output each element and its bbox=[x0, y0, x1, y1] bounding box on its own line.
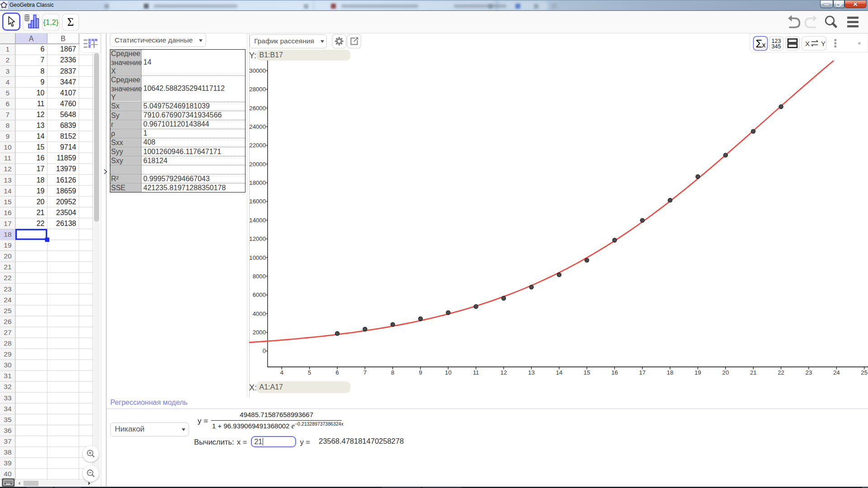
svg-text:18659: 18659 bbox=[56, 187, 76, 195]
svg-text:7: 7 bbox=[363, 369, 367, 376]
svg-text:18: 18 bbox=[667, 369, 674, 376]
svg-text:16: 16 bbox=[611, 369, 618, 376]
svg-text:345: 345 bbox=[772, 43, 781, 50]
svg-text:19: 19 bbox=[694, 369, 701, 376]
svg-text:7: 7 bbox=[6, 111, 10, 118]
svg-text:9714: 9714 bbox=[60, 143, 76, 151]
svg-text:33: 33 bbox=[4, 394, 11, 402]
svg-text:7: 7 bbox=[41, 56, 45, 64]
svg-text:16000: 16000 bbox=[249, 198, 266, 205]
svg-text:16: 16 bbox=[4, 209, 11, 216]
svg-text:4107: 4107 bbox=[60, 89, 76, 97]
svg-text:26: 26 bbox=[4, 318, 11, 325]
svg-text:1: 1 bbox=[89, 41, 90, 44]
svg-text:2: 2 bbox=[89, 45, 90, 48]
svg-text:12: 12 bbox=[37, 111, 45, 118]
svg-text:21: 21 bbox=[4, 263, 11, 271]
svg-text:23: 23 bbox=[4, 285, 11, 293]
svg-text:35: 35 bbox=[4, 416, 11, 423]
svg-text:22: 22 bbox=[4, 274, 11, 282]
svg-text:24: 24 bbox=[833, 369, 840, 376]
svg-text:2336: 2336 bbox=[60, 56, 76, 64]
svg-text:4000: 4000 bbox=[253, 310, 266, 317]
svg-text:9: 9 bbox=[419, 369, 422, 376]
svg-text:22: 22 bbox=[37, 220, 45, 227]
svg-text:20: 20 bbox=[4, 252, 12, 260]
svg-text:23504: 23504 bbox=[56, 209, 76, 216]
svg-text:10: 10 bbox=[4, 143, 12, 151]
svg-text:20000: 20000 bbox=[249, 161, 266, 168]
svg-text:25: 25 bbox=[861, 369, 868, 376]
svg-text:21: 21 bbox=[750, 369, 757, 376]
svg-text:12: 12 bbox=[500, 369, 507, 376]
svg-text:13: 13 bbox=[37, 122, 45, 129]
svg-text:Σ: Σ bbox=[67, 16, 74, 28]
svg-text:13979: 13979 bbox=[56, 165, 76, 173]
svg-text:25: 25 bbox=[4, 307, 11, 314]
svg-text:10: 10 bbox=[445, 369, 452, 376]
svg-text:A: A bbox=[29, 35, 34, 42]
svg-text:28000: 28000 bbox=[249, 86, 266, 93]
svg-text:17: 17 bbox=[4, 220, 11, 227]
svg-text:10000: 10000 bbox=[249, 254, 266, 261]
svg-text:4: 4 bbox=[280, 369, 283, 376]
svg-text:9: 9 bbox=[6, 132, 10, 140]
svg-text:14: 14 bbox=[4, 187, 12, 195]
svg-text:24: 24 bbox=[4, 296, 12, 304]
svg-text:4760: 4760 bbox=[60, 100, 76, 108]
svg-text:6: 6 bbox=[41, 45, 45, 53]
svg-text:21: 21 bbox=[37, 209, 45, 216]
svg-text:11859: 11859 bbox=[57, 154, 76, 162]
svg-text:26138: 26138 bbox=[56, 220, 76, 227]
svg-text:17: 17 bbox=[639, 369, 646, 376]
svg-text:2837: 2837 bbox=[60, 67, 76, 75]
svg-text:14000: 14000 bbox=[249, 217, 266, 224]
svg-text:18000: 18000 bbox=[249, 179, 266, 186]
svg-text:6: 6 bbox=[6, 100, 10, 108]
svg-text:2000: 2000 bbox=[253, 329, 266, 336]
svg-text:1867: 1867 bbox=[60, 45, 76, 53]
svg-text:2: 2 bbox=[6, 56, 10, 64]
svg-text:8: 8 bbox=[391, 369, 394, 376]
svg-text:19: 19 bbox=[37, 187, 45, 195]
svg-text:11: 11 bbox=[473, 369, 479, 376]
svg-text:x: x bbox=[762, 41, 766, 49]
svg-text:X: X bbox=[805, 40, 810, 47]
svg-text:32: 32 bbox=[4, 383, 11, 390]
svg-text:4: 4 bbox=[6, 78, 10, 86]
svg-text:{1,2}: {1,2} bbox=[43, 18, 59, 26]
svg-text:15: 15 bbox=[37, 143, 45, 151]
svg-text:8: 8 bbox=[41, 67, 45, 75]
svg-text:B: B bbox=[61, 35, 66, 42]
svg-text:31: 31 bbox=[4, 372, 11, 380]
svg-text:5648: 5648 bbox=[60, 111, 76, 118]
svg-text:3: 3 bbox=[6, 67, 10, 75]
svg-text:11: 11 bbox=[37, 100, 45, 108]
svg-text:A: A bbox=[92, 38, 94, 42]
svg-text:16: 16 bbox=[37, 154, 45, 162]
svg-text:5: 5 bbox=[6, 89, 10, 97]
svg-text:20: 20 bbox=[722, 369, 729, 376]
svg-text:9: 9 bbox=[41, 78, 45, 86]
svg-text:B: B bbox=[95, 38, 97, 42]
svg-text:8: 8 bbox=[6, 122, 10, 129]
svg-text:Y: Y bbox=[821, 40, 826, 47]
svg-text:22: 22 bbox=[778, 369, 784, 376]
svg-text:27: 27 bbox=[4, 328, 11, 336]
svg-text:23: 23 bbox=[806, 369, 812, 376]
svg-text:18: 18 bbox=[37, 176, 45, 184]
svg-text:17: 17 bbox=[37, 165, 45, 173]
svg-text:10: 10 bbox=[37, 89, 45, 97]
svg-text:11: 11 bbox=[4, 154, 11, 162]
svg-text:15: 15 bbox=[584, 369, 590, 376]
svg-text:14: 14 bbox=[37, 132, 45, 140]
svg-text:20: 20 bbox=[37, 198, 45, 206]
svg-text:13: 13 bbox=[4, 176, 11, 184]
svg-text:24000: 24000 bbox=[249, 123, 266, 130]
svg-text:6: 6 bbox=[335, 369, 339, 376]
svg-text:26000: 26000 bbox=[249, 105, 266, 112]
svg-text:37: 37 bbox=[4, 437, 11, 445]
svg-text:36: 36 bbox=[4, 427, 11, 434]
svg-text:6839: 6839 bbox=[60, 122, 76, 129]
svg-text:1: 1 bbox=[6, 45, 10, 53]
